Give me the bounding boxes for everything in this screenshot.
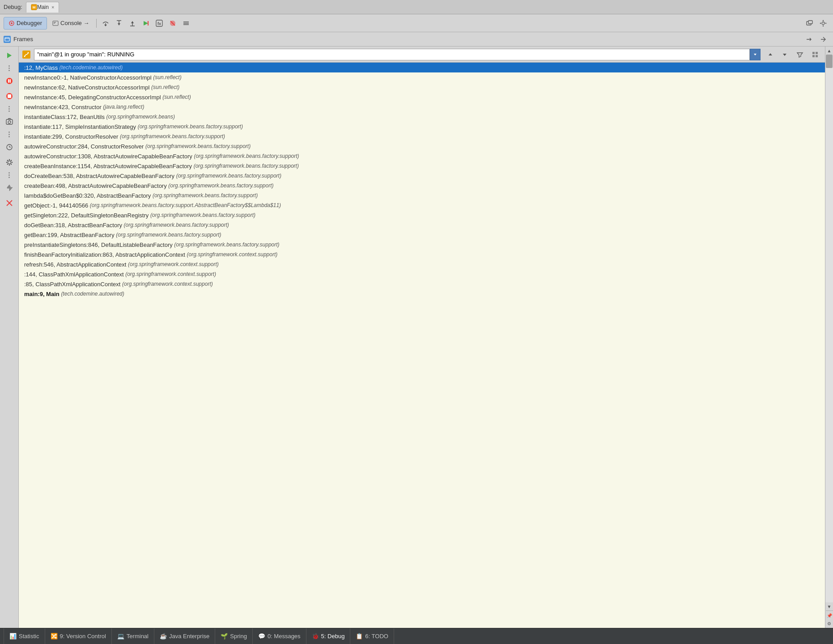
- breakpoints-btn[interactable]: [2, 155, 17, 169]
- debug-settings-btn[interactable]: [817, 17, 829, 30]
- stack-frame-1[interactable]: newInstance0:-1, NativeConstructorAccess…: [19, 72, 825, 82]
- expand-icon: [820, 36, 826, 42]
- status-item-statistic[interactable]: 📊Statistic: [4, 628, 45, 644]
- frame-class-text: (org.springframework.beans.factory.suppo…: [116, 232, 221, 238]
- frame-class-text: (org.springframework.beans.factory.suppo…: [138, 123, 243, 130]
- run-to-cursor-btn[interactable]: [140, 17, 152, 30]
- stack-frame-23[interactable]: main:9, Main (tech.codemine.autowired): [19, 289, 825, 299]
- restore-btn[interactable]: [803, 17, 816, 30]
- step-out-btn[interactable]: [126, 17, 139, 30]
- scrollbar-thumb[interactable]: [826, 55, 833, 68]
- frame-method-text: newInstance:423, Constructor: [24, 104, 102, 110]
- main-tab-label: Main: [37, 4, 49, 10]
- thread-select-input[interactable]: [34, 49, 750, 60]
- scroll-up-btn[interactable]: ▲: [825, 47, 833, 55]
- step-into-btn[interactable]: [113, 17, 125, 30]
- scroll-down-btn[interactable]: ▼: [825, 602, 833, 610]
- statistic-status-label: Statistic: [19, 633, 39, 640]
- stack-frame-19[interactable]: finishBeanFactoryInitialization:863, Abs…: [19, 250, 825, 259]
- evaluate-btn[interactable]: fx: [153, 17, 166, 30]
- stack-frame-14[interactable]: getObject:-1, 944140566 (org.springframe…: [19, 200, 825, 210]
- messages-status-label: 0: Messages: [268, 633, 301, 640]
- stop-btn[interactable]: [2, 89, 17, 103]
- debugger-tab[interactable]: Debugger: [4, 17, 47, 30]
- stack-frame-8[interactable]: autowireConstructor:284, ConstructorReso…: [19, 141, 825, 151]
- right-pin-btn[interactable]: 📌: [826, 612, 833, 619]
- frame-class-text: (java.lang.reflect): [103, 104, 144, 110]
- stop-icon: [5, 92, 13, 100]
- expand-frames-btn[interactable]: [817, 33, 829, 46]
- resume-btn[interactable]: [2, 48, 17, 63]
- status-item-todo[interactable]: 📋6: TODO: [350, 628, 394, 644]
- frame-class-text: (org.springframework.beans.factory.suppo…: [176, 173, 281, 179]
- frame-method-text: createBean:498, AbstractAutowireCapableB…: [24, 182, 167, 189]
- stack-frame-7[interactable]: instantiate:299, ConstructorResolver (or…: [19, 131, 825, 141]
- stack-frame-3[interactable]: newInstance:45, DelegatingConstructorAcc…: [19, 92, 825, 102]
- right-action-panel: 📌 ⚙: [826, 610, 833, 628]
- status-item-version-control[interactable]: 🔀9: Version Control: [45, 628, 112, 644]
- frames-icon-svg: [4, 37, 10, 42]
- stack-frame-15[interactable]: getSingleton:222, DefaultSingletonBeanRe…: [19, 210, 825, 220]
- status-item-spring[interactable]: 🌱Spring: [215, 628, 253, 644]
- thread-settings-btn[interactable]: [809, 49, 821, 60]
- watches-btn[interactable]: [2, 140, 17, 154]
- stack-frame-2[interactable]: newInstance:62, NativeConstructorAccesso…: [19, 82, 825, 92]
- frame-method-text: newInstance:45, DelegatingConstructorAcc…: [24, 94, 161, 101]
- remove-btn[interactable]: [2, 196, 17, 210]
- thread-prev-btn[interactable]: [764, 49, 777, 60]
- svg-point-47: [6, 162, 7, 163]
- scrollbar-track[interactable]: [825, 55, 833, 602]
- stack-frame-22[interactable]: :85, ClassPathXmlApplicationContext (org…: [19, 279, 825, 289]
- thread-icon-svg: [23, 51, 30, 58]
- stack-frame-10[interactable]: createBeanInstance:1154, AbstractAutowir…: [19, 161, 825, 171]
- thread-select-arrow[interactable]: [750, 49, 761, 60]
- arrow-down-icon: [782, 51, 788, 58]
- frame-class-text: (org.springframework.context.support): [128, 261, 219, 267]
- status-item-terminal[interactable]: 💻Terminal: [112, 628, 154, 644]
- stack-frame-11[interactable]: doCreateBean:538, AbstractAutowireCapabl…: [19, 171, 825, 181]
- stack-frame-18[interactable]: preInstantiateSingletons:846, DefaultLis…: [19, 240, 825, 250]
- gear-icon: [5, 158, 13, 166]
- svg-point-34: [6, 78, 13, 84]
- restore-icon: [806, 20, 813, 27]
- thread-filter-btn[interactable]: [794, 49, 806, 60]
- stack-frame-12[interactable]: createBean:498, AbstractAutowireCapableB…: [19, 181, 825, 191]
- pin-btn[interactable]: [2, 181, 17, 195]
- stack-frames-list[interactable]: :12, MyClass (tech.codemine.autowired)ne…: [19, 63, 825, 628]
- java-enterprise-status-icon: ☕: [160, 633, 167, 640]
- frame-method-text: preInstantiateSingletons:846, DefaultLis…: [24, 242, 173, 248]
- console-tab[interactable]: Console →: [48, 17, 94, 30]
- stack-frame-9[interactable]: autowireConstructor:1308, AbstractAutowi…: [19, 151, 825, 161]
- tab-close-btn[interactable]: ×: [51, 4, 54, 10]
- status-item-debug[interactable]: 🐞5: Debug: [306, 628, 351, 644]
- mute-breakpoints-btn[interactable]: [166, 17, 179, 30]
- thread-settings-icon: [812, 51, 819, 58]
- stack-frame-21[interactable]: :144, ClassPathXmlApplicationContext (or…: [19, 269, 825, 279]
- step-over-btn[interactable]: [99, 17, 112, 30]
- stack-frame-4[interactable]: newInstance:423, Constructor (java.lang.…: [19, 102, 825, 112]
- stack-frame-5[interactable]: instantiateClass:172, BeanUtils (org.spr…: [19, 112, 825, 122]
- main-tab[interactable]: M Main ×: [26, 2, 59, 13]
- pin-to-right-btn[interactable]: [803, 33, 815, 46]
- main-panel: :12, MyClass (tech.codemine.autowired)ne…: [19, 47, 825, 628]
- stack-frame-16[interactable]: doGetBean:318, AbstractBeanFactory (org.…: [19, 220, 825, 230]
- dot-7: [8, 131, 10, 133]
- status-item-java-enterprise[interactable]: ☕Java Enterprise: [154, 628, 215, 644]
- stack-frame-13[interactable]: lambda$doGetBean$0:320, AbstractBeanFact…: [19, 191, 825, 200]
- more-btn[interactable]: [180, 17, 192, 30]
- svg-marker-33: [7, 53, 12, 58]
- status-item-messages[interactable]: 💬0: Messages: [253, 628, 306, 644]
- right-settings-btn[interactable]: ⚙: [826, 620, 833, 627]
- thread-next-btn[interactable]: [778, 49, 791, 60]
- snapshot-btn[interactable]: [2, 114, 17, 129]
- stack-frame-17[interactable]: getBean:199, AbstractBeanFactory (org.sp…: [19, 230, 825, 240]
- frame-class-text: (org.springframework.beans.factory.suppo…: [120, 133, 225, 140]
- svg-marker-59: [783, 54, 786, 56]
- stack-frame-6[interactable]: instantiate:117, SimpleInstantiationStra…: [19, 122, 825, 131]
- pause-btn[interactable]: [2, 74, 17, 88]
- stack-frame-20[interactable]: refresh:546, AbstractApplicationContext …: [19, 259, 825, 269]
- pin-icon: [5, 184, 13, 192]
- stack-frame-0[interactable]: :12, MyClass (tech.codemine.autowired): [19, 63, 825, 72]
- dot-1: [8, 65, 10, 67]
- frame-class-text: (sun.reflect): [153, 74, 181, 80]
